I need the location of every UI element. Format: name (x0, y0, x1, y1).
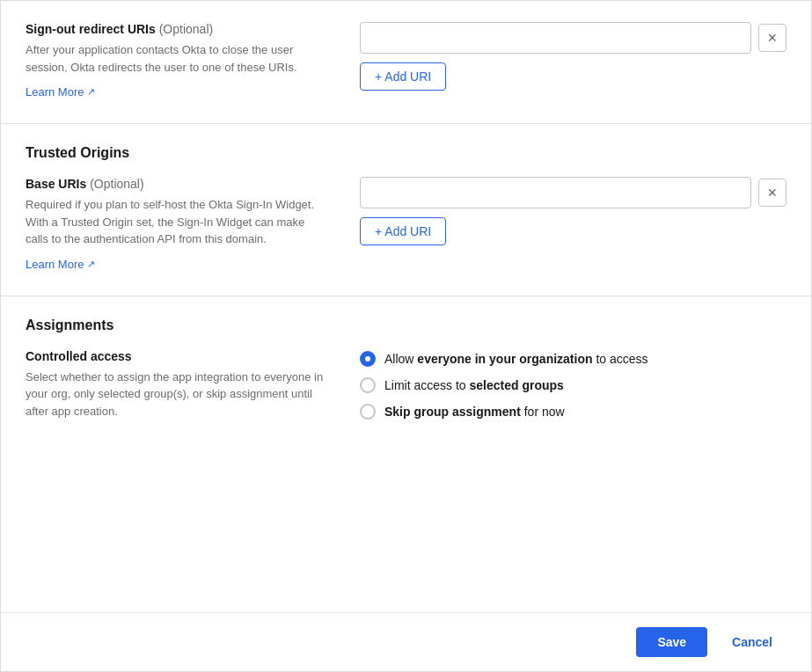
radio-circle-limit (360, 377, 376, 393)
base-uris-label-text: Base URIs (26, 177, 86, 191)
assignments-section: Assignments Controlled access Select whe… (1, 296, 811, 500)
base-uri-input[interactable] (360, 177, 751, 208)
controlled-access-options-col: Allow everyone in your organization to a… (360, 349, 786, 420)
controlled-access-label-col: Controlled access Select whether to assi… (26, 349, 325, 429)
signout-redirect-uri-input[interactable] (360, 22, 751, 54)
signout-redirect-section: Sign-out redirect URIs (Optional) After … (1, 1, 811, 123)
signout-redirect-row: Sign-out redirect URIs (Optional) After … (26, 22, 786, 99)
radio-circle-everyone (360, 351, 376, 367)
signout-redirect-description: After your application contacts Okta to … (26, 41, 325, 76)
remove-icon-2: ✕ (767, 186, 778, 200)
base-uris-input-row: ✕ (360, 177, 786, 208)
trusted-origins-section: Trusted Origins Base URIs (Optional) Req… (1, 124, 811, 296)
signout-redirect-input-row: ✕ (360, 22, 786, 54)
base-uris-label: Base URIs (Optional) (26, 177, 325, 191)
remove-icon: ✕ (767, 31, 778, 45)
radio-label-limit: Limit access to selected groups (384, 378, 564, 392)
base-uris-input-col: ✕ + Add URI (360, 177, 786, 245)
external-link-icon-2: ↗ (87, 259, 95, 270)
base-uris-optional: (Optional) (90, 177, 143, 191)
trusted-origins-title: Trusted Origins (26, 145, 786, 161)
radio-label-everyone: Allow everyone in your organization to a… (384, 352, 648, 366)
base-uris-learn-more[interactable]: Learn More ↗ (26, 258, 95, 271)
base-uris-description: Required if you plan to self-host the Ok… (26, 196, 325, 248)
signout-redirect-optional: (Optional) (159, 22, 213, 36)
base-uri-add-btn[interactable]: + Add URI (360, 217, 446, 245)
signout-redirect-input-col: ✕ + Add URI (360, 22, 786, 91)
controlled-access-row: Controlled access Select whether to assi… (26, 349, 786, 429)
signout-redirect-label-text: Sign-out redirect URIs (26, 22, 156, 36)
signout-redirect-label: Sign-out redirect URIs (Optional) (26, 22, 325, 36)
assignments-title: Assignments (26, 318, 786, 333)
controlled-access-description: Select whether to assign the app integra… (26, 369, 325, 420)
radio-circle-skip (360, 404, 376, 420)
base-uri-remove-btn[interactable]: ✕ (758, 179, 786, 207)
controlled-access-label: Controlled access (26, 349, 325, 363)
signout-redirect-label-col: Sign-out redirect URIs (Optional) After … (26, 22, 325, 99)
radio-option-everyone[interactable]: Allow everyone in your organization to a… (360, 351, 786, 367)
radio-option-skip[interactable]: Skip group assignment for now (360, 404, 786, 420)
page-wrapper: Sign-out redirect URIs (Optional) After … (0, 0, 812, 672)
signout-redirect-add-uri-btn[interactable]: + Add URI (360, 62, 446, 91)
base-uris-row: Base URIs (Optional) Required if you pla… (26, 177, 786, 271)
footer-bar: Save Cancel (1, 612, 811, 671)
external-link-icon: ↗ (87, 86, 95, 98)
base-uris-label-col: Base URIs (Optional) Required if you pla… (26, 177, 325, 271)
radio-label-skip: Skip group assignment for now (384, 405, 565, 419)
signout-redirect-learn-more[interactable]: Learn More ↗ (26, 85, 95, 99)
cancel-button[interactable]: Cancel (718, 627, 786, 657)
save-button[interactable]: Save (636, 627, 707, 657)
radio-group: Allow everyone in your organization to a… (360, 349, 786, 420)
radio-option-limit[interactable]: Limit access to selected groups (360, 377, 786, 393)
signout-redirect-remove-btn[interactable]: ✕ (758, 24, 786, 52)
